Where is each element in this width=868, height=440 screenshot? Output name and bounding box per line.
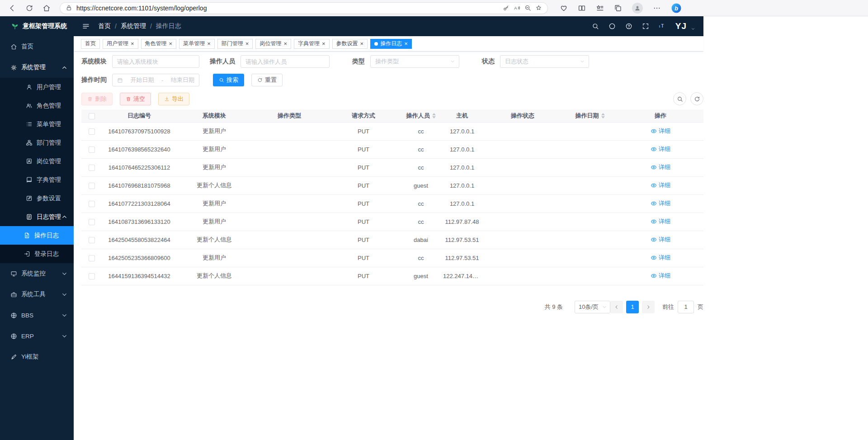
sidebar-item-bbs[interactable]: BBS bbox=[0, 305, 74, 326]
tab-dictionary-management[interactable]: 字典管理× bbox=[294, 39, 330, 49]
search-icon[interactable] bbox=[592, 23, 599, 30]
refresh-icon[interactable] bbox=[25, 4, 33, 12]
goto-page-input[interactable] bbox=[678, 301, 694, 313]
row-checkbox[interactable] bbox=[89, 237, 95, 243]
type-select[interactable]: 操作类型 bbox=[370, 55, 459, 68]
page-size-select[interactable]: 10条/页 bbox=[575, 301, 610, 313]
breadcrumb-item[interactable]: 系统管理 bbox=[121, 22, 146, 30]
favorites-bar-icon[interactable] bbox=[596, 4, 604, 12]
close-icon[interactable]: × bbox=[169, 41, 173, 47]
close-icon[interactable]: × bbox=[131, 41, 134, 47]
read-aloud-icon[interactable]: A bbox=[514, 5, 520, 11]
operator-input[interactable] bbox=[241, 55, 330, 68]
close-icon[interactable]: × bbox=[360, 41, 364, 47]
row-checkbox[interactable] bbox=[89, 165, 95, 171]
app-logo[interactable]: 意框架管理系统 bbox=[0, 16, 74, 36]
sidebar-item-post-management[interactable]: 岗位管理 bbox=[0, 152, 74, 170]
lock-icon[interactable] bbox=[66, 5, 72, 11]
sidebar-item-department-management[interactable]: 部门管理 bbox=[0, 133, 74, 152]
breadcrumb-item[interactable]: 操作日志 bbox=[156, 22, 181, 30]
sidebar-item-login-log[interactable]: 登录日志 bbox=[0, 245, 74, 263]
favorites-star-icon[interactable] bbox=[535, 5, 542, 11]
sidebar-item-role-management[interactable]: 角色管理 bbox=[0, 96, 74, 115]
column-header[interactable]: 操作人员 bbox=[401, 109, 441, 122]
tab-parameter-settings[interactable]: 参数设置× bbox=[332, 39, 368, 49]
chevron-down-icon[interactable] bbox=[691, 27, 695, 31]
tab-department-management[interactable]: 部门管理× bbox=[217, 39, 253, 49]
sort-carets-icon[interactable] bbox=[432, 113, 436, 118]
tab-menu-management[interactable]: 菜单管理× bbox=[179, 39, 215, 49]
next-page-button[interactable] bbox=[642, 301, 655, 313]
sidebar-item-yi-framework[interactable]: Yi框架 bbox=[0, 346, 74, 367]
url-text[interactable]: https://ccnetcore.com:1101/system/log/op… bbox=[76, 5, 499, 12]
sidebar-item-operation-log[interactable]: 操作日志 bbox=[0, 226, 74, 245]
detail-link[interactable]: 详细 bbox=[651, 199, 670, 208]
sidebar-item-user-management[interactable]: 用户管理 bbox=[0, 78, 74, 96]
home-icon[interactable] bbox=[42, 4, 51, 12]
detail-link[interactable]: 详细 bbox=[651, 145, 670, 153]
sidebar-item-log-management[interactable]: 日志管理 bbox=[0, 208, 74, 226]
sidebar-item-home[interactable]: 首页 bbox=[0, 36, 74, 57]
row-checkbox[interactable] bbox=[89, 128, 95, 135]
delete-button[interactable]: 删除 bbox=[81, 93, 113, 105]
user-logo[interactable]: YJ bbox=[675, 21, 687, 31]
reset-button[interactable]: 重置 bbox=[251, 74, 283, 86]
sidebar-item-erp[interactable]: ERP bbox=[0, 326, 74, 346]
row-checkbox[interactable] bbox=[89, 255, 95, 261]
select-all-checkbox[interactable] bbox=[89, 113, 95, 119]
font-size-icon[interactable]: tT bbox=[659, 23, 666, 30]
refresh-table-button[interactable] bbox=[690, 92, 703, 105]
profile-avatar[interactable] bbox=[632, 3, 643, 14]
more-options-icon[interactable] bbox=[653, 4, 661, 12]
tab-post-management[interactable]: 岗位管理× bbox=[255, 39, 291, 49]
tab-role-management[interactable]: 角色管理× bbox=[141, 39, 177, 49]
export-button[interactable]: 导出 bbox=[158, 93, 189, 105]
close-icon[interactable]: × bbox=[207, 41, 211, 47]
sidebar-item-system-monitoring[interactable]: 系统监控 bbox=[0, 263, 74, 284]
browser-essentials-icon[interactable] bbox=[560, 4, 568, 12]
detail-link[interactable]: 详细 bbox=[651, 218, 670, 226]
address-bar[interactable]: https://ccnetcore.com:1101/system/log/op… bbox=[60, 2, 548, 14]
row-checkbox[interactable] bbox=[89, 183, 95, 189]
module-input[interactable] bbox=[112, 55, 199, 68]
tab-user-management[interactable]: 用户管理× bbox=[103, 39, 138, 49]
sidebar-item-system-tools[interactable]: 系统工具 bbox=[0, 284, 74, 305]
tab-operation-log[interactable]: 操作日志× bbox=[370, 39, 412, 49]
row-checkbox[interactable] bbox=[89, 147, 95, 153]
date-range-picker[interactable]: 开始日期 - 结束日期 bbox=[112, 74, 199, 86]
page-1-button[interactable]: 1 bbox=[626, 301, 639, 313]
tab-home[interactable]: 首页 bbox=[81, 39, 100, 49]
detail-link[interactable]: 详细 bbox=[651, 181, 670, 189]
prev-page-button[interactable] bbox=[610, 301, 623, 313]
toggle-search-button[interactable] bbox=[673, 92, 686, 105]
sidebar-item-system-management[interactable]: 系统管理 bbox=[0, 57, 74, 78]
sort-carets-icon[interactable] bbox=[601, 113, 605, 118]
collections-icon[interactable] bbox=[614, 4, 622, 12]
detail-link[interactable]: 详细 bbox=[651, 127, 670, 135]
row-checkbox[interactable] bbox=[89, 201, 95, 207]
split-screen-icon[interactable] bbox=[578, 4, 586, 12]
password-key-icon[interactable] bbox=[503, 5, 509, 11]
row-checkbox[interactable] bbox=[89, 219, 95, 225]
copilot-icon[interactable]: b bbox=[671, 3, 682, 14]
clear-button[interactable]: 清空 bbox=[120, 93, 151, 105]
close-icon[interactable]: × bbox=[245, 41, 249, 47]
help-icon[interactable] bbox=[625, 23, 632, 30]
row-checkbox[interactable] bbox=[89, 273, 95, 279]
close-icon[interactable]: × bbox=[322, 41, 326, 47]
search-button[interactable]: 搜索 bbox=[213, 74, 244, 86]
detail-link[interactable]: 详细 bbox=[651, 163, 670, 171]
github-icon[interactable] bbox=[609, 23, 616, 30]
detail-link[interactable]: 详细 bbox=[651, 272, 670, 280]
hamburger-icon[interactable] bbox=[82, 22, 90, 30]
sidebar-item-dictionary-management[interactable]: 字典管理 bbox=[0, 170, 74, 189]
fullscreen-icon[interactable] bbox=[642, 23, 649, 30]
zoom-out-icon[interactable] bbox=[524, 5, 531, 11]
detail-link[interactable]: 详细 bbox=[651, 254, 670, 262]
detail-link[interactable]: 详细 bbox=[651, 236, 670, 244]
sidebar-item-parameter-settings[interactable]: 参数设置 bbox=[0, 189, 74, 208]
back-icon[interactable] bbox=[8, 4, 16, 12]
close-icon[interactable]: × bbox=[404, 41, 408, 47]
breadcrumb-item[interactable]: 首页 bbox=[98, 22, 111, 30]
close-icon[interactable]: × bbox=[283, 41, 287, 47]
